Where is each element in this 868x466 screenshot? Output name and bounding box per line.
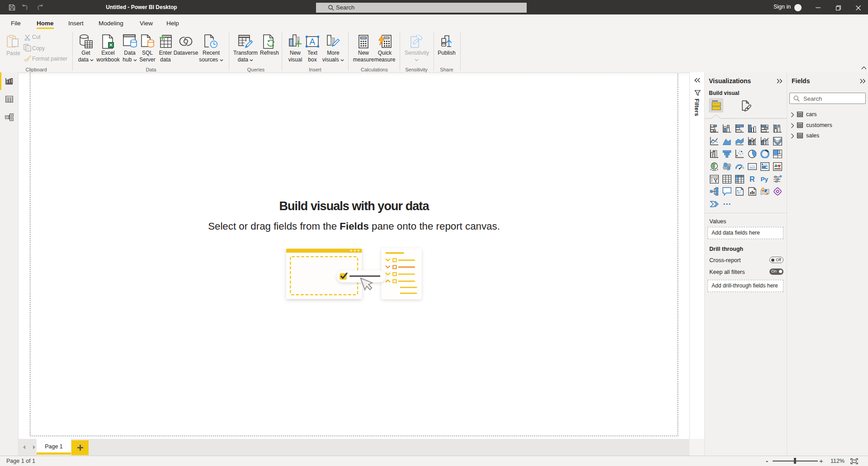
- svg-text:R: R: [750, 175, 755, 183]
- svg-text:Py: Py: [761, 176, 769, 183]
- svg-text:123: 123: [749, 165, 755, 169]
